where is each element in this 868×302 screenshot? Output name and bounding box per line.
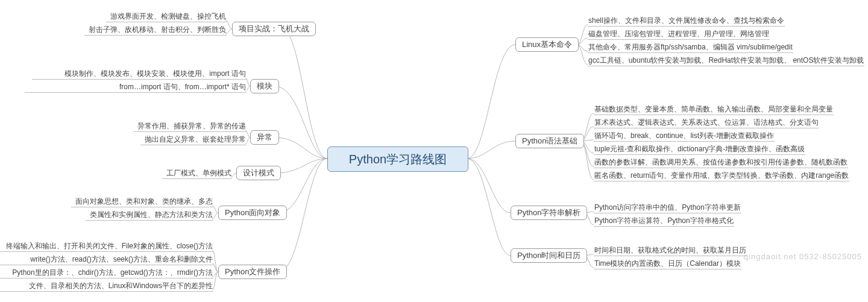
leaf-r-0-2: 其他命令、常用服务器ftp/ssh/samba、编辑器 vim/sublime/… xyxy=(588,42,793,53)
branch-r-0: Linux基本命令 xyxy=(515,37,579,52)
leaf-r-0-0: shell操作、文件和目录、文件属性修改命令、查找与检索命令 xyxy=(588,15,785,27)
leaf-r-3-0: 时间和日期、获取格式化的时间、获取某月日历 xyxy=(594,245,747,256)
leaf-r-1-5: 匿名函数、return语句、变量作用域、数字类型转换、数学函数、内建range函… xyxy=(594,170,849,181)
branch-1: 模块 xyxy=(250,79,279,93)
leaf-r-1-4: 函数的参数详解、函数调用关系、按值传递参数和按引用传递参数、随机数函数 xyxy=(594,157,848,168)
leaf-r-2-0: Python访问字符串中的值、Python字符串更新 xyxy=(594,202,741,213)
branch-4: Python面向对象 xyxy=(218,206,287,220)
leaf-l-0-1: 射击子弹、敌机移动、射击积分、判断胜负 xyxy=(84,24,227,36)
leaf-l-1-1: from…import 语句、from…import* 语句 xyxy=(25,81,247,93)
leaf-l-5-0: 终端输入和输出、打开和关闭文件、File对象的属性、close()方法 xyxy=(0,241,213,252)
leaf-r-1-0: 基础数据类型、变量本质、简单函数、输入输出函数、局部变量和全局变量 xyxy=(594,104,834,115)
leaf-r-2-1: Python字符串运算符、Python字符串格式化 xyxy=(594,215,734,227)
branch-5: Python文件操作 xyxy=(218,265,287,279)
leaf-l-2-1: 抛出自定义异常、嵌套处理异常 xyxy=(140,134,247,145)
center-node: Python学习路线图 xyxy=(327,146,468,172)
leaf-l-0-0: 游戏界面开发、检测键盘、操控飞机 xyxy=(106,11,227,22)
branch-3: 设计模式 xyxy=(236,166,281,180)
watermark: qingdaoit.net 0532-85025005 xyxy=(744,252,862,261)
branch-r-1: Python语法基础 xyxy=(515,134,584,148)
leaf-l-5-2: Python里的目录：、chdir()方法、getcwd()方法：、rmdir(… xyxy=(0,267,213,278)
leaf-l-2-0: 异常作用、捕获异常、异常的传递 xyxy=(133,121,247,132)
leaf-l-4-0: 面向对象思想、类和对象、类的继承、多态 xyxy=(71,196,213,207)
leaf-l-5-3: 文件、目录相关的方法、Linux和Windows平台下的差异性 xyxy=(0,280,213,292)
leaf-r-0-3: gcc工具链、ubuntu软件安装与卸载、RedHat软件安装与卸载、 entO… xyxy=(588,55,864,66)
branch-r-3: Python时间和日历 xyxy=(511,248,587,263)
leaf-r-1-3: tuple元祖-查和截取操作、dictionary字典-增删改查操作、函数高级 xyxy=(594,143,805,155)
leaf-l-1-0: 模块制作、模块发布、模块安装、模块使用、import 语句 xyxy=(32,68,247,80)
branch-r-2: Python字符串解析 xyxy=(511,206,587,220)
leaf-l-3-0: 工厂模式、单例模式 xyxy=(162,168,232,179)
branch-0: 项目实战：飞机大战 xyxy=(232,22,316,36)
branch-2: 异常 xyxy=(250,130,279,145)
leaf-l-4-1: 类属性和实例属性、静态方法和类方法 xyxy=(86,209,213,221)
leaf-r-1-1: 算术表达式、逻辑表达式、关系表达式、位运算、语法格式、分支语句 xyxy=(594,117,819,128)
leaf-r-1-2: 循环语句、break、continue、list列表-增删改查截取操作 xyxy=(594,130,775,142)
leaf-l-5-1: write()方法、read()方法、seek()方法、重命名和删除文件 xyxy=(0,254,213,265)
leaf-r-0-1: 磁盘管理、压缩包管理、进程管理、用户管理、网络管理 xyxy=(588,28,770,40)
leaf-r-3-1: Time模块的内置函数、日历（Calendar）模块 xyxy=(594,258,741,269)
mindmap-canvas: Python学习路线图 qingdaoit.net 0532-85025005 … xyxy=(0,0,868,302)
